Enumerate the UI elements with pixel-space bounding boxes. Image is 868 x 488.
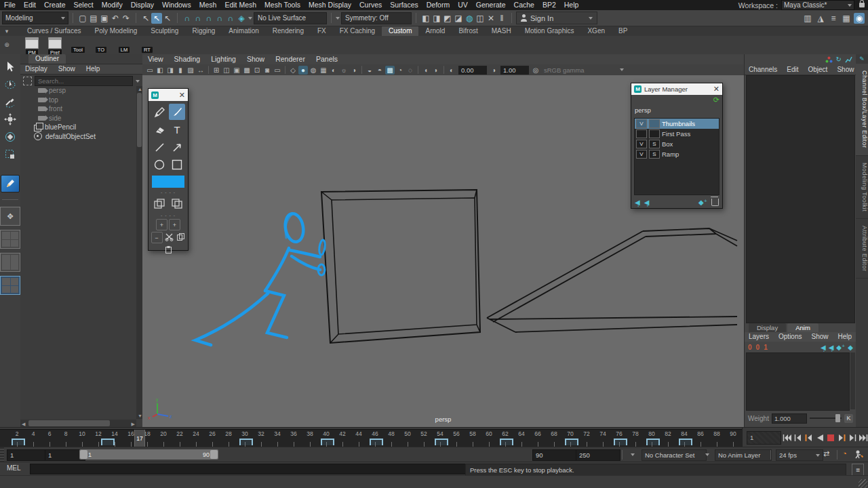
redo-icon[interactable]: ↷ [121,13,132,24]
select-hierarchy-icon[interactable]: ↖ [140,13,151,24]
refresh-icon[interactable]: ⟳ [713,96,719,106]
joints-xray-icon[interactable]: ◗ [431,66,441,75]
outliner-vscrollbar[interactable]: ▲ ▼ [136,86,142,419]
menu-item[interactable]: Edit [20,0,40,10]
shelf-tab[interactable]: Curves / Surfaces [20,26,87,36]
attribute-editor-icon[interactable]: ▦ [841,13,852,24]
menu-item[interactable]: Mesh Display [304,0,355,10]
live-surface-field[interactable]: No Live Surface [254,12,327,24]
layer-row[interactable]: V S Ramp [635,149,719,159]
shelf-tab[interactable]: Sculpting [144,26,185,36]
scroll-left-icon[interactable]: ◀ [22,421,25,427]
dock-pencil-icon[interactable]: ✎ [859,54,865,64]
safe-title-icon[interactable]: ▭ [273,66,282,75]
duplicate-frame-forward-icon[interactable] [169,196,185,212]
chevron-down-icon[interactable] [705,453,709,456]
soloing-checkbox[interactable]: S [649,140,660,148]
ipr-render-icon[interactable]: ◨ [431,13,442,24]
copy-frame-icon[interactable] [176,232,186,242]
menu-item[interactable]: Mesh [195,0,221,10]
bluepencil-frame-marker[interactable] [370,439,383,445]
shelf-button[interactable]: LM [114,37,134,56]
create-anim-layer-button[interactable]: 0 [756,344,760,351]
create-anim-layer-button[interactable]: 0 [748,344,752,351]
eraser-tool-button[interactable] [151,121,167,138]
gamma-field[interactable]: 1.00 [500,66,529,75]
bluepencil-frame-marker[interactable] [435,439,448,445]
symmetry-field[interactable]: Symmetry: Off [341,12,412,24]
outliner-tab[interactable]: Outliner [28,54,66,64]
menu-item[interactable]: Curves [355,0,386,10]
key-weight-button[interactable]: K [844,414,853,423]
select-camera-icon[interactable]: ▭ [145,66,155,75]
scale-tool[interactable] [2,148,18,161]
wireframe-on-shaded-icon[interactable]: ◍ [309,66,318,75]
cut-frame-icon[interactable] [164,232,174,242]
select-component-icon[interactable]: ↖ [162,13,173,24]
shelf-button[interactable]: Pref [45,37,65,56]
snap-viewplane-icon[interactable]: ∩ [225,13,236,24]
wireframe-icon[interactable]: ◇ [288,66,298,75]
range-end-handle[interactable] [210,450,218,459]
shelf-tab[interactable]: Bifrost [452,26,484,36]
layout-four-view-icon[interactable] [0,230,20,249]
go-to-end-button[interactable] [859,432,868,443]
visibility-checkbox[interactable]: V [636,150,647,159]
shelf-tab[interactable]: Poly Modeling [87,26,144,36]
shelf-menu-icon[interactable]: ▾ [3,27,11,35]
viewport-menu-item[interactable]: View [142,54,169,64]
outliner-menu-item[interactable]: Display [20,64,52,74]
playback-speed-icon[interactable]: ◔ [842,449,847,458]
filter-icon[interactable] [23,77,32,85]
scroll-right-icon[interactable]: ▶ [132,421,135,427]
paste-frame-icon[interactable] [163,245,174,255]
layout-outliner-persp-icon[interactable] [0,276,20,295]
snap-curve-icon[interactable]: ∩ [193,13,203,24]
lock-icon[interactable] [859,3,865,7]
field-chart-icon[interactable]: ⊡ [252,66,262,75]
textured-icon[interactable]: ▦ [319,66,328,75]
soloing-checkbox[interactable] [649,129,660,138]
soloing-checkbox[interactable] [649,119,660,128]
outliner-item[interactable]: top [20,96,136,105]
light-editor-icon[interactable]: ◫ [475,13,486,24]
shelf-tab[interactable]: Arnold [418,26,452,36]
channel-speed-icon[interactable]: ↻ [836,56,842,63]
add-anim-override-icon[interactable]: ◆ [848,344,853,351]
move-layer-up-icon[interactable]: ◀̩ [821,344,826,351]
paint-effects-icon[interactable]: ✕ [486,13,496,24]
make-live-icon[interactable]: ◈ [236,13,247,24]
viewport-menu-item[interactable]: Lighting [205,54,241,64]
move-layer-down-icon[interactable]: ◀̞ [829,344,834,351]
scroll-down-icon[interactable]: ▼ [138,413,142,419]
shelf-button[interactable]: Tool [68,37,88,56]
chevron-down-icon[interactable] [136,80,140,83]
add-anim-layer-icon[interactable]: ◆⁺ [836,344,845,351]
bluepencil-frame-marker[interactable] [239,439,253,445]
time-slider-ruler[interactable]: 2468101214161820222426283032343638404244… [0,429,742,447]
modeling-toolkit-icon[interactable]: ▥ [802,13,813,24]
close-icon[interactable]: ✕ [179,92,185,99]
resize-grip[interactable] [859,479,867,488]
bluepencil-frame-marker[interactable] [565,439,578,445]
bluepencil-frame-marker[interactable] [101,439,115,445]
delete-layer-icon[interactable] [711,199,719,206]
outliner-item[interactable]: persp [20,86,136,96]
add-frame-copy-button[interactable]: + [169,219,180,230]
previous-frame-button[interactable] [804,432,814,443]
viewport-menu-item[interactable]: Show [241,54,270,64]
rotate-tool[interactable] [2,130,18,144]
shelf-button[interactable]: TO [91,37,111,56]
outliner-item[interactable]: side [20,114,136,123]
soloing-checkbox[interactable]: S [649,150,660,159]
add-frame-button[interactable]: + [156,219,167,230]
layer-editor-menu-item[interactable]: Layers [745,332,773,342]
shelf-button[interactable]: RT [137,37,157,56]
shelf-tab[interactable]: XGen [580,26,612,36]
animation-start-field[interactable]: 1 [7,449,47,461]
menu-item[interactable]: File [0,0,20,10]
close-icon[interactable]: ✕ [713,85,719,93]
outliner-hscrollbar[interactable]: ◀ ▶ [20,420,136,427]
menu-item[interactable]: Windows [158,0,195,10]
next-frame-button[interactable] [837,432,846,443]
